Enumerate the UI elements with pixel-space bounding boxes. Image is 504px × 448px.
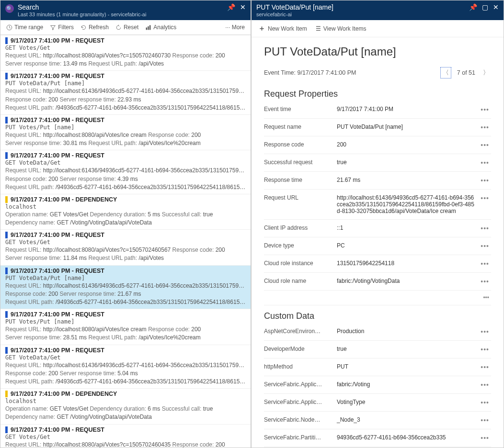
event-item[interactable]: 9/17/2017 7:41:00 PM - REQUESTPUT VoteDa… [0, 265, 251, 309]
detail-big-title: PUT VoteData/Put [name] [264, 45, 491, 58]
event-detail-line: Request URL: http://localhost:8080/api/V… [5, 246, 246, 254]
property-more-button[interactable]: ••• [481, 434, 491, 442]
event-item[interactable]: 9/17/2017 7:41:00 PM - REQUESTGET VoteDa… [0, 345, 251, 389]
view-work-items-button[interactable]: ☰View Work Items [316, 24, 367, 33]
property-row: ServiceFabric.Applic…VotingType••• [264, 394, 491, 412]
event-detail-line: Response code: 200 Server response time:… [5, 370, 246, 377]
event-item[interactable]: 9/17/2017 7:41:00 PM - REQUESTGET Votes/… [0, 229, 251, 265]
property-value: VotingType [337, 399, 475, 405]
pin-icon[interactable]: 📌 [227, 3, 235, 11]
event-heading: 9/17/2017 7:41:00 PM - REQUEST [11, 37, 104, 44]
property-key: Request name [264, 123, 331, 130]
property-more-button[interactable]: ••• [481, 177, 491, 184]
property-more-button[interactable]: ••• [481, 346, 491, 353]
filters-button[interactable]: Filters [50, 24, 74, 31]
property-row: ServiceFabric.Node…_Node_3••• [264, 412, 491, 429]
property-more-button[interactable]: ••• [481, 194, 491, 202]
more-properties-button[interactable]: ••• [264, 291, 491, 305]
event-heading: 9/17/2017 7:41:00 PM - REQUEST [11, 268, 104, 274]
property-key: Client IP address [264, 224, 331, 231]
event-detail-line: Operation name: GET Votes/Get Dependency… [5, 211, 246, 218]
detail-header: PUT VoteData/Put [name] servicefabric-ai… [252, 0, 504, 20]
event-detail-line: Dependency name: GET /Voting/VotingData/… [5, 219, 246, 226]
event-item[interactable]: 9/17/2017 7:41:00 PM - REQUESTPUT Votes/… [0, 114, 251, 150]
event-list[interactable]: 9/17/2017 7:41:00 PM - REQUESTGET Votes/… [0, 35, 251, 448]
detail-toolbar: ＋New Work Item ☰View Work Items [252, 20, 504, 37]
property-more-button[interactable]: ••• [481, 399, 491, 406]
close-icon[interactable]: ✕ [493, 3, 499, 11]
request-properties-table: Event time9/17/2017 7:41:00 PM•••Request… [264, 101, 491, 291]
event-sub: GET VoteData/Get [5, 354, 246, 361]
svg-rect-1 [146, 27, 147, 30]
property-key: DeveloperMode [264, 346, 331, 352]
property-row: Request namePUT VoteData/Put [name]••• [264, 119, 491, 136]
pager-position: 7 of 51 [457, 69, 475, 76]
event-time-label: Event Time: 9/17/2017 7:41:00 PM [264, 69, 356, 76]
event-detail-line: Request URL: http://localhost:61436/9493… [5, 282, 246, 290]
reset-button[interactable]: Reset [115, 24, 138, 31]
custom-data-heading: Custom Data [264, 311, 491, 321]
analytics-button[interactable]: Analytics [145, 24, 176, 31]
property-key: ServiceFabric.Applic… [264, 381, 331, 388]
property-value: PC [337, 242, 475, 249]
pager-prev-button[interactable]: 〈 [440, 67, 451, 78]
event-sub: GET Votes/Get [5, 434, 246, 440]
event-detail-line: Request URL: http://localhost:61436/9493… [5, 87, 246, 95]
event-item[interactable]: 9/17/2017 7:41:00 PM - REQUESTGET VoteDa… [0, 150, 251, 194]
time-range-button[interactable]: Time range [6, 24, 43, 31]
event-detail-line: Response code: 200 Server response time:… [5, 290, 246, 298]
property-row: Response code200••• [264, 136, 491, 154]
pager: Event Time: 9/17/2017 7:41:00 PM 〈 7 of … [264, 67, 491, 78]
event-item[interactable]: 9/17/2017 7:41:00 PM - REQUESTGET Votes/… [0, 424, 251, 448]
property-value: PUT [337, 363, 475, 370]
property-key: Device type [264, 242, 331, 249]
pin-icon[interactable]: 📌 [469, 3, 477, 11]
property-more-button[interactable]: ••• [481, 260, 491, 268]
property-more-button[interactable]: ••• [481, 416, 491, 424]
event-type-bar [5, 196, 8, 203]
more-button[interactable]: ··· More [225, 24, 245, 31]
property-value: 200 [337, 141, 475, 148]
event-item[interactable]: 9/17/2017 7:41:00 PM - REQUESTPUT Votes/… [0, 309, 251, 344]
event-type-bar [5, 73, 8, 79]
search-toolbar: Time range Filters Refresh Reset Analyti… [0, 20, 251, 35]
property-more-button[interactable]: ••• [481, 363, 491, 371]
event-item[interactable]: 9/17/2017 7:41:00 PM - DEPENDENCYlocalho… [0, 194, 251, 229]
property-key: Request URL [264, 194, 331, 201]
property-more-button[interactable]: ••• [481, 224, 491, 232]
property-more-button[interactable]: ••• [481, 106, 491, 113]
refresh-button[interactable]: Refresh [80, 24, 109, 31]
property-more-button[interactable]: ••• [481, 123, 491, 131]
property-more-button[interactable]: ••• [481, 328, 491, 336]
property-more-button[interactable]: ••• [481, 159, 491, 167]
new-work-item-button[interactable]: ＋New Work Item [258, 24, 307, 33]
property-row: httpMethodPUT••• [264, 358, 491, 376]
pager-next-button[interactable]: 〉 [481, 67, 491, 78]
property-key: AspNetCoreEnviron… [264, 328, 331, 335]
event-item[interactable]: 9/17/2017 7:41:00 PM - REQUESTPUT VoteDa… [0, 70, 251, 114]
maximize-icon[interactable]: ▢ [482, 3, 488, 11]
property-value: Production [337, 328, 475, 335]
event-heading: 9/17/2017 7:41:00 PM - REQUEST [11, 117, 104, 123]
detail-body: PUT VoteData/Put [name] Event Time: 9/17… [252, 37, 504, 448]
property-value: 21.67 ms [337, 177, 475, 183]
property-more-button[interactable]: ••• [481, 278, 491, 285]
search-pane-icon: 🔍 [5, 4, 14, 13]
property-more-button[interactable]: ••• [481, 242, 491, 250]
event-sub: PUT VoteData/Put [name] [5, 80, 246, 87]
property-more-button[interactable]: ••• [481, 141, 491, 149]
event-detail-line: Server response time: 30.81 ms Request U… [5, 139, 246, 147]
property-row: Cloud role namefabric:/Voting/VotingData… [264, 273, 491, 291]
property-row: AspNetCoreEnviron…Production••• [264, 323, 491, 341]
property-more-button[interactable]: ••• [481, 381, 491, 389]
event-item[interactable]: 9/17/2017 7:41:00 PM - REQUESTGET Votes/… [0, 35, 251, 70]
close-icon[interactable]: ✕ [240, 3, 246, 11]
event-detail-line: Request URL path: /94936cd5-6277-4161-b6… [5, 104, 246, 112]
event-detail-line: Server response time: 28.51 ms Request U… [5, 334, 246, 341]
event-detail-line: Operation name: GET Votes/Get Dependency… [5, 405, 246, 413]
list-icon: ☰ [316, 25, 321, 32]
event-detail-line: Request URL: http://localhost:8080/api/V… [5, 325, 246, 333]
event-detail-line: Response code: 200 Server response time:… [5, 175, 246, 183]
detail-subtitle: servicefabric-ai [256, 11, 469, 17]
event-item[interactable]: 9/17/2017 7:41:00 PM - DEPENDENCYlocalho… [0, 388, 251, 424]
